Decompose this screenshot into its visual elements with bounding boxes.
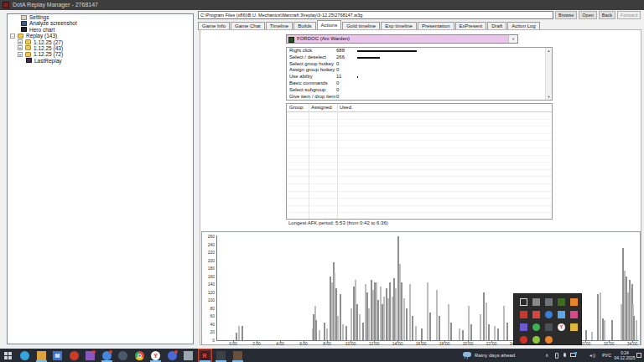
apm-bar [242,326,243,340]
tab-game-info[interactable]: Game Info [198,22,230,29]
taskbar-app-documents-app[interactable] [180,349,196,362]
folder-icon [25,45,31,50]
browse-button[interactable]: Browse [555,11,577,19]
action-row-use-ability[interactable]: Use ability11 [287,74,552,80]
tab-draft[interactable]: Draft [487,22,506,29]
nvidia-icon[interactable] [558,298,565,306]
phone-icon[interactable] [520,298,527,306]
taskbar-app-yandex-browser[interactable]: Y [148,349,164,362]
tab-actions[interactable]: Actions [317,20,342,29]
apm-bar [342,324,344,340]
taskbar-app-dark-app[interactable] [213,349,229,362]
antivirus-icon[interactable] [532,336,540,344]
tab-game-chat[interactable]: Game Chat [231,22,265,29]
apm-bar [236,333,237,340]
sidebar-item-settings[interactable]: Settings [8,14,193,20]
language-indicator[interactable]: РУС [602,349,611,362]
torrent-icon[interactable] [532,311,540,318]
action-center-icon[interactable] [636,353,641,358]
action-count: 0 [336,67,339,74]
apm-bar [597,294,599,340]
tab-presentation[interactable]: Presentation [418,22,454,29]
column-header-assigned[interactable]: Assigned [311,105,332,110]
apm-bar [497,328,499,340]
sidebar-item-hero-chart[interactable]: Hero chart [8,27,193,33]
expander-icon[interactable]: - [10,34,15,39]
action-row-assign-group-hotkey[interactable]: Assign group hotkey0 [287,67,552,74]
bird-icon[interactable] [570,323,578,331]
utility-icon[interactable] [532,298,540,306]
action-row-select-group-hotkey[interactable]: Select group hotkey0 [287,61,552,68]
apm-bar [319,330,320,340]
tab-gold-timeline[interactable]: Gold timeline [342,22,380,29]
table-row [287,112,552,120]
microphone-icon[interactable] [564,353,566,357]
taskbar-app-red-app[interactable] [66,349,82,362]
windows-logo-icon [4,352,12,359]
archive-icon[interactable] [545,323,553,331]
scroll-up-icon[interactable]: ▲ [546,48,552,54]
sidebar-item-lastreplay[interactable]: LastReplay [8,58,193,64]
taskbar-app-brown-app[interactable] [230,349,246,362]
cloud-icon[interactable] [558,311,565,318]
protect-icon[interactable]: Y [558,323,565,331]
violet-app-icon[interactable] [520,323,527,331]
hidden-app-icon[interactable] [545,298,553,306]
taskbar-app-chrome[interactable] [132,349,148,362]
volume-icon[interactable]: ◄)) [589,349,595,362]
sidebar-item-1-12-25-72[interactable]: +1.12.25 (72) [8,51,193,57]
tab-timeline[interactable]: Timeline [266,22,293,29]
taskbar-app-mail[interactable]: ✉ [49,349,65,362]
clock[interactable]: 0:24 04.12.2025 [614,350,636,360]
start-button[interactable] [0,349,16,362]
browser-tray-icon[interactable] [545,311,553,318]
chevron-down-icon[interactable]: ∨ [508,35,517,43]
amd-icon[interactable] [520,336,527,344]
action-row-right-click[interactable]: Right click688 [287,48,552,54]
photos-icon[interactable] [570,311,578,318]
open-button[interactable]: Open [579,11,596,19]
back-button[interactable]: Back [599,11,615,19]
taskbar-app-edge[interactable] [17,349,33,362]
path-input[interactable] [198,11,553,19]
taskbar-app-blue-red-app[interactable] [164,349,180,362]
taskbar-app-messenger[interactable] [99,349,115,362]
vpn-icon[interactable] [570,298,578,306]
tab-action-log[interactable]: Action Log [507,22,539,29]
taskbar-app-replay-manager[interactable]: R [197,349,213,362]
action-row-select-deselect[interactable]: Select / deselect266 [287,54,552,61]
sidebar-item-1-12-25-43[interactable]: +1.12.25 (43) [8,45,193,51]
sidebar-item-1-12-25-27[interactable]: +1.12.25 (27) [8,39,193,45]
expander-icon[interactable]: + [18,39,23,44]
display-icon[interactable] [570,353,576,357]
list-scrollbar[interactable]: ▲ ▼ [545,48,552,100]
window-title: DotA Replay Manager - 2768147 [13,0,98,10]
tab-expresent[interactable]: ExPresent [455,22,487,29]
scroll-down-icon[interactable]: ▼ [546,94,552,100]
taskbar-app-globe-app[interactable] [115,349,131,362]
apm-bar [401,282,402,340]
player-dropdown[interactable]: FORDOC (Arc Warden) ∨ [286,34,518,44]
afk-period-text: Longest AFK period: 5:53 (from 0:42 to 6… [288,220,388,225]
taskbar-app-purple-app[interactable] [82,349,98,362]
apm-bar [315,320,317,340]
tab-exp-timeline[interactable]: Exp timeline [381,22,417,29]
expander-icon[interactable]: + [18,45,23,50]
sidebar-item-replay-143[interactable]: -Replay (143) [8,33,193,39]
column-header-used[interactable]: Used [340,105,351,110]
taskbar-app-file-explorer[interactable] [34,349,49,362]
apm-bar [480,314,481,340]
sidebar-item-analyze-screenshot[interactable]: Analyze screenshot [8,20,193,26]
agent-icon[interactable] [545,336,553,344]
tray-chevron-icon[interactable]: ∧ [545,349,548,362]
tab-builds[interactable]: Builds [293,22,315,29]
expander-icon[interactable]: + [18,52,23,57]
action-row-basic-commands[interactable]: Basic commands0 [287,80,552,87]
phone-link-icon[interactable] [555,353,558,359]
green-app-icon[interactable] [532,323,540,331]
palette-icon[interactable] [520,311,527,318]
action-row-give-item-drop-item[interactable]: Give item / drop item0 [287,94,552,101]
action-row-select-subgroup[interactable]: Select subgroup0 [287,87,552,94]
screenshot-icon [21,21,27,26]
column-header-group[interactable]: Group [289,105,304,110]
